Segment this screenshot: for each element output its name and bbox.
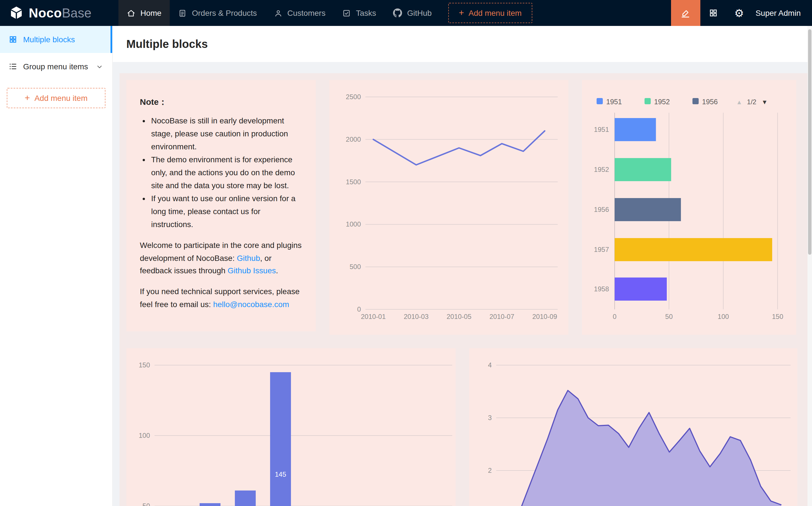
svg-text:2010-01: 2010-01 bbox=[361, 313, 386, 320]
plus-icon: + bbox=[459, 8, 464, 17]
nav-item-label: Tasks bbox=[356, 8, 376, 17]
blocks-row-2: 5010015038526114548 234 bbox=[126, 348, 801, 506]
svg-text:1952: 1952 bbox=[594, 166, 609, 173]
gear-icon: ⚙ bbox=[734, 8, 744, 18]
svg-text:1500: 1500 bbox=[346, 178, 361, 186]
svg-text:▲: ▲ bbox=[736, 99, 742, 106]
svg-text:2010-07: 2010-07 bbox=[490, 313, 514, 320]
github-issues-link[interactable]: Github Issues bbox=[228, 266, 276, 275]
blocks-canvas: Note： NocoBase is still in early develop… bbox=[120, 73, 808, 506]
scrollbar-thumb[interactable] bbox=[808, 29, 811, 255]
svg-text:2010-09: 2010-09 bbox=[532, 313, 557, 320]
orders-icon bbox=[178, 9, 187, 17]
chevron-down-icon bbox=[96, 63, 102, 70]
github-link[interactable]: Github bbox=[237, 253, 260, 262]
nocobase-logo-icon bbox=[9, 6, 24, 20]
svg-text:0: 0 bbox=[613, 313, 616, 320]
note-paragraph: If you need technical support services, … bbox=[140, 285, 302, 311]
svg-text:1956: 1956 bbox=[702, 98, 718, 106]
highlighter-icon bbox=[681, 8, 690, 18]
svg-text:0: 0 bbox=[357, 306, 361, 313]
svg-text:100: 100 bbox=[718, 313, 729, 320]
blocks-grid-icon bbox=[9, 35, 17, 44]
svg-text:1000: 1000 bbox=[346, 220, 361, 228]
nav-item-label: Home bbox=[140, 8, 161, 17]
area-chart: 234 bbox=[469, 348, 797, 506]
customers-icon bbox=[274, 9, 282, 17]
svg-text:150: 150 bbox=[772, 313, 783, 320]
svg-text:1951: 1951 bbox=[606, 98, 622, 106]
line-chart-block: 050010001500200025002010-012010-032010-0… bbox=[329, 80, 569, 335]
nav-item-home[interactable]: Home bbox=[119, 0, 170, 26]
nav-item-orders-products[interactable]: Orders & Products bbox=[170, 0, 265, 26]
sidebar-item-multiple-blocks[interactable]: Multiple blocks bbox=[0, 26, 112, 53]
nocobase-app: NocoBase Home Orders & Products Cust bbox=[0, 0, 812, 506]
note-text: Welcome to participate in the core and p… bbox=[140, 240, 302, 262]
page-title: Multiple blocks bbox=[126, 37, 208, 51]
email-link[interactable]: hello@nocobase.com bbox=[213, 300, 289, 309]
note-bullet: The demo environment is for experience o… bbox=[151, 153, 302, 192]
note-bullet: If you want to use our online version fo… bbox=[151, 192, 302, 231]
svg-text:2010-05: 2010-05 bbox=[447, 313, 471, 320]
nav-item-tasks[interactable]: Tasks bbox=[334, 0, 385, 26]
column-chart-block: 5010015038526114548 bbox=[126, 348, 456, 506]
svg-text:1956: 1956 bbox=[594, 206, 609, 213]
area-chart-block: 234 bbox=[469, 348, 797, 506]
brand[interactable]: NocoBase bbox=[0, 5, 119, 20]
svg-text:1/2: 1/2 bbox=[747, 98, 756, 106]
topbar-add-menu-item-button[interactable]: + Add menu item bbox=[448, 3, 532, 23]
topbar-right-actions: ⚙ Super Admin bbox=[671, 0, 812, 26]
note-text: . bbox=[276, 266, 278, 275]
note-paragraph: Welcome to participate in the core and p… bbox=[140, 239, 302, 277]
svg-text:100: 100 bbox=[139, 432, 150, 439]
svg-text:2000: 2000 bbox=[346, 136, 361, 143]
sidebar: Multiple blocks Group menu items + Add m… bbox=[0, 26, 113, 506]
main-content: Multiple blocks Note： NocoBase is still … bbox=[113, 26, 812, 506]
brand-name-light: Base bbox=[62, 5, 91, 20]
home-icon bbox=[127, 9, 135, 17]
nav-item-label: Orders & Products bbox=[192, 8, 257, 17]
top-navigation-bar: NocoBase Home Orders & Products Cust bbox=[0, 0, 812, 26]
main-menu: Home Orders & Products Customers Tasks bbox=[119, 0, 440, 26]
svg-text:50: 50 bbox=[142, 502, 150, 506]
horizontal-bar-chart: 195119521956▲1/2▼05010015019511952195619… bbox=[582, 80, 796, 335]
svg-text:4: 4 bbox=[488, 361, 492, 369]
tasks-icon bbox=[342, 9, 351, 17]
plugin-manager-button[interactable] bbox=[700, 0, 726, 26]
svg-text:1952: 1952 bbox=[654, 98, 670, 106]
sidebar-add-menu-item-button[interactable]: + Add menu item bbox=[7, 88, 105, 108]
ui-editor-toggle-button[interactable] bbox=[671, 0, 700, 26]
line-chart: 050010001500200025002010-012010-032010-0… bbox=[329, 80, 569, 335]
nav-item-label: Customers bbox=[287, 8, 325, 17]
svg-text:▼: ▼ bbox=[761, 99, 768, 106]
vertical-scrollbar bbox=[808, 26, 812, 506]
list-icon bbox=[9, 63, 17, 70]
sidebar-item-label: Group menu items bbox=[23, 62, 88, 71]
note-bullet: NocoBase is still in early development s… bbox=[151, 114, 302, 153]
nav-item-customers[interactable]: Customers bbox=[265, 0, 334, 26]
github-icon bbox=[393, 8, 402, 17]
nav-item-label: GitHub bbox=[407, 8, 432, 17]
column-chart: 5010015038526114548 bbox=[126, 348, 456, 506]
sidebar-item-label: Multiple blocks bbox=[23, 35, 75, 44]
svg-text:1958: 1958 bbox=[594, 285, 609, 293]
grid-apps-icon bbox=[709, 8, 718, 17]
svg-text:1957: 1957 bbox=[594, 246, 609, 253]
user-menu[interactable]: Super Admin bbox=[752, 8, 812, 17]
horizontal-bar-chart-block: 195119521956▲1/2▼05010015019511952195619… bbox=[582, 80, 796, 335]
svg-text:2010-03: 2010-03 bbox=[404, 313, 429, 320]
svg-text:145: 145 bbox=[275, 471, 286, 478]
note-block: Note： NocoBase is still in early develop… bbox=[126, 80, 316, 331]
svg-text:150: 150 bbox=[139, 361, 150, 369]
nav-item-github[interactable]: GitHub bbox=[385, 0, 440, 26]
svg-text:1951: 1951 bbox=[594, 125, 609, 133]
add-menu-item-label: Add menu item bbox=[468, 8, 522, 17]
note-bullet-list: NocoBase is still in early development s… bbox=[140, 114, 302, 231]
page-content: Note： NocoBase is still in early develop… bbox=[113, 62, 812, 506]
add-menu-item-label: Add menu item bbox=[34, 94, 87, 102]
settings-button[interactable]: ⚙ bbox=[726, 0, 752, 26]
page-header: Multiple blocks bbox=[113, 26, 812, 62]
svg-text:500: 500 bbox=[350, 263, 361, 270]
note-heading: Note： bbox=[140, 97, 302, 108]
sidebar-item-group-menu-items[interactable]: Group menu items bbox=[0, 53, 112, 80]
